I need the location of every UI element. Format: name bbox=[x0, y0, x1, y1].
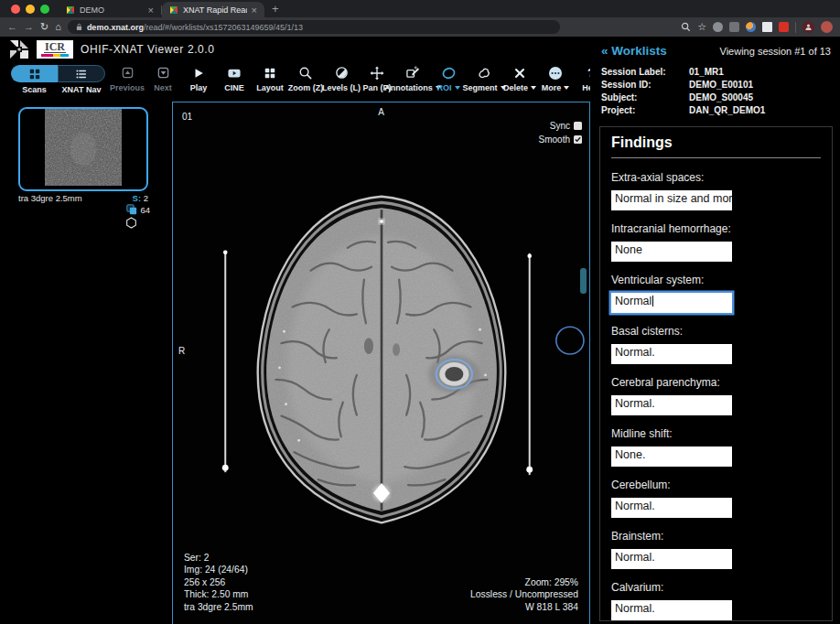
extension-icon[interactable] bbox=[746, 22, 756, 32]
bookmark-star-icon[interactable]: ☆ bbox=[697, 22, 706, 32]
ventricular-system-input[interactable]: Normal bbox=[611, 293, 732, 313]
toolbar-cine-button[interactable]: CINE bbox=[221, 65, 248, 92]
app-header: ICR OHIF-XNAT Viewer 2.0.0 bbox=[0, 37, 590, 61]
person-icon bbox=[804, 23, 813, 31]
tab-close-icon[interactable]: × bbox=[252, 5, 257, 15]
image-info-overlay: Ser: 2 Img: 24 (24/64) 256 x 256 Thick: … bbox=[184, 552, 253, 614]
search-icon[interactable] bbox=[681, 22, 691, 32]
divider bbox=[611, 157, 821, 158]
smooth-label: Smooth bbox=[539, 134, 570, 145]
annotations-icon bbox=[405, 66, 421, 80]
basal-cisterns-input[interactable]: Normal. bbox=[611, 344, 732, 364]
session-info-label: Subject: bbox=[601, 92, 689, 102]
divider bbox=[795, 22, 796, 33]
session-info-value: DAN_QR_DEMO1 bbox=[689, 105, 831, 115]
finding-field: Ventricular system: Normal bbox=[611, 274, 821, 313]
series-number-key: S: bbox=[133, 193, 142, 203]
ohif-xnat-app: ICR OHIF-XNAT Viewer 2.0.0 Scans XNAT Na… bbox=[0, 37, 840, 624]
sync-checkbox[interactable] bbox=[574, 122, 582, 130]
zoom-window-overlay: Zoom: 295% Lossless / Uncompressed W 818… bbox=[470, 576, 578, 614]
session-info-value: 01_MR1 bbox=[689, 67, 831, 77]
profile-avatar[interactable] bbox=[802, 21, 814, 33]
extension-icon[interactable] bbox=[779, 22, 789, 32]
calvarium-input[interactable]: Normal. bbox=[611, 600, 732, 620]
series-thumbnail[interactable] bbox=[18, 107, 148, 191]
findings-title: Findings bbox=[611, 134, 821, 151]
smooth-toggle[interactable]: Smooth bbox=[539, 134, 582, 145]
session-info-value: DEMO_S00045 bbox=[689, 92, 831, 102]
frame-stack-icon bbox=[126, 204, 137, 215]
toolbar: Scans XNAT Nav Previous Next bbox=[0, 61, 590, 102]
chevron-down-icon bbox=[455, 86, 460, 90]
active-viewport[interactable]: 01 A R Sync Smooth Ser: bbox=[172, 102, 590, 624]
tab-close-icon[interactable]: × bbox=[148, 5, 154, 15]
chevron-down-icon bbox=[531, 86, 536, 90]
toolbar-zoom-button[interactable]: Zoom (Z) bbox=[292, 65, 319, 92]
next-icon bbox=[156, 66, 170, 80]
browser-tab-demo[interactable]: DEMO × bbox=[59, 2, 161, 17]
toolbar-roi-button[interactable]: ROI bbox=[435, 65, 462, 92]
main-column: ICR OHIF-XNAT Viewer 2.0.0 Scans XNAT Na… bbox=[0, 37, 590, 624]
finding-field: Calvarium: Normal. bbox=[611, 581, 821, 620]
toolbar-previous-button[interactable]: Previous bbox=[113, 65, 141, 92]
slice-scrollbar[interactable] bbox=[580, 268, 587, 294]
toolbar-next-button[interactable]: Next bbox=[149, 65, 177, 92]
toolbar-more-button[interactable]: More bbox=[542, 65, 569, 92]
extension-icon[interactable] bbox=[713, 22, 723, 32]
toolbar-levels-button[interactable]: Levels (L) bbox=[328, 65, 355, 92]
finding-field: Basal cisterns: Normal. bbox=[611, 325, 821, 364]
toolbar-layout-button[interactable]: Layout bbox=[256, 65, 284, 92]
smooth-checkbox[interactable] bbox=[574, 135, 582, 144]
thumbnail-meta: tra 3dgre 2.5mm S: 2 64 bbox=[18, 193, 148, 203]
forward-icon[interactable]: → bbox=[24, 22, 34, 32]
address-bar[interactable]: demo.xnat.org/read/#/worklists/xs1572063… bbox=[68, 20, 560, 34]
back-icon[interactable]: ← bbox=[7, 22, 17, 32]
intracranial-hemorrhage-input[interactable]: None bbox=[611, 242, 732, 262]
reload-icon[interactable]: ↻ bbox=[40, 22, 48, 32]
new-tab-button[interactable]: + bbox=[264, 2, 288, 17]
tab-label: XNAT Rapid Reader bbox=[183, 5, 247, 15]
study-panel: tra 3dgre 2.5mm S: 2 64 bbox=[0, 102, 172, 624]
cerebral-parenchyma-input[interactable]: Normal. bbox=[611, 395, 732, 415]
text-cursor bbox=[652, 296, 653, 307]
icr-logo: ICR bbox=[37, 40, 73, 59]
close-window-button[interactable] bbox=[11, 5, 20, 14]
worklists-back-link[interactable]: « Worklists bbox=[601, 44, 667, 58]
toolbar-annotations-button[interactable]: Annotations bbox=[399, 65, 426, 92]
series-number-value: 2 bbox=[144, 193, 148, 203]
layout-grid-icon bbox=[264, 67, 276, 80]
browser-tab-rapid-reader[interactable]: XNAT Rapid Reader × bbox=[162, 2, 264, 17]
chevron-down-icon bbox=[564, 86, 569, 90]
toolbar-delete-button[interactable]: Delete bbox=[506, 65, 533, 92]
profile-avatar[interactable] bbox=[821, 21, 833, 33]
sync-label: Sync bbox=[550, 121, 570, 131]
midline-shift-input[interactable]: None. bbox=[611, 446, 732, 467]
zoom-window-button[interactable] bbox=[40, 5, 49, 14]
play-icon bbox=[192, 67, 205, 80]
thumbnail-image bbox=[45, 109, 122, 186]
session-info-label: Session ID: bbox=[601, 80, 689, 90]
toolbar-xnat-nav-button[interactable]: XNAT Nav bbox=[58, 65, 105, 94]
magnifier-icon bbox=[298, 66, 313, 81]
xnat-favicon bbox=[66, 5, 75, 15]
xnat-favicon bbox=[169, 5, 178, 15]
list-icon bbox=[75, 68, 88, 81]
toolbar-play-button[interactable]: Play bbox=[185, 65, 212, 92]
minimize-window-button[interactable] bbox=[26, 5, 35, 14]
orientation-marker-anterior: A bbox=[173, 107, 589, 117]
extension-icon[interactable] bbox=[729, 22, 739, 32]
extra-axial-spaces-input[interactable]: Normal in size and morp bbox=[611, 190, 732, 210]
home-icon[interactable]: ⌂ bbox=[55, 22, 61, 32]
finding-field: Cerebellum: Normal. bbox=[611, 479, 821, 518]
brainstem-input[interactable]: Normal. bbox=[611, 549, 732, 569]
session-info: Session Label:01_MR1 Session ID:DEMO_E00… bbox=[601, 67, 831, 115]
sync-toggle[interactable]: Sync bbox=[539, 121, 582, 131]
status-hexagon-icon bbox=[125, 217, 137, 229]
toolbar-scans-button[interactable]: Scans bbox=[11, 65, 58, 94]
toolbar-segment-button[interactable]: Segment bbox=[470, 65, 498, 92]
check-icon bbox=[575, 136, 581, 143]
browser-actions: ☆ bbox=[681, 21, 833, 33]
cerebellum-input[interactable]: Normal. bbox=[611, 498, 732, 518]
worklist-panel: « Worklists Viewing session #1 of 13 Ses… bbox=[590, 37, 840, 624]
extension-icon[interactable] bbox=[762, 22, 772, 32]
